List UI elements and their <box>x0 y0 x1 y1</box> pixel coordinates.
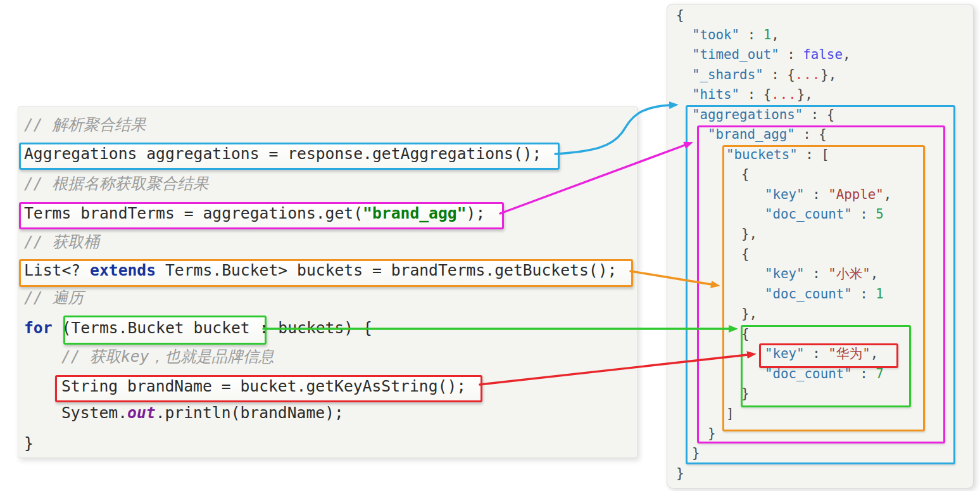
json-token: : { <box>803 107 834 122</box>
json-token: "key" <box>765 187 805 202</box>
json-token: } <box>676 466 684 481</box>
json-line: "brand_agg" : { <box>708 125 827 144</box>
json-token: : <box>779 47 803 62</box>
json-token: , <box>771 27 779 42</box>
json-token: } <box>692 445 700 461</box>
code-comment-line: // 获取key，也就是品牌信息 <box>61 346 274 367</box>
json-token: }, <box>797 87 813 102</box>
json-token: ] <box>726 406 734 421</box>
code-token: .println(brandName); <box>156 404 344 422</box>
code-token: (Terms.Bucket bucket : buckets) { <box>53 319 372 337</box>
json-line: "buckets" : [ <box>726 145 829 165</box>
json-token: { <box>676 8 684 23</box>
json-line: "timed_out" : false, <box>692 45 850 65</box>
code-token: "brand_agg" <box>363 204 467 222</box>
json-token: "brand_agg" <box>708 127 795 142</box>
code-line: for (Terms.Bucket bucket : buckets) { <box>24 317 372 339</box>
json-token: }, <box>741 226 757 241</box>
json-line: "key" : "小米", <box>765 264 878 284</box>
json-token: : <box>739 87 763 102</box>
json-token: }, <box>741 306 757 321</box>
json-token: "_shards" <box>692 67 763 82</box>
json-token: "key" <box>765 346 805 361</box>
json-token: ... <box>795 67 821 82</box>
json-token: "Apple" <box>828 187 884 202</box>
json-token: { <box>787 67 795 82</box>
code-comment-line: // 解析聚合结果 <box>24 114 146 136</box>
json-token: : <box>852 286 876 302</box>
json-line: "doc_count" : 7 <box>765 364 884 384</box>
json-token: "took" <box>692 27 739 42</box>
json-token: "hits" <box>692 87 739 102</box>
code-token: System. <box>61 404 127 422</box>
json-token: : <box>852 207 876 222</box>
json-line: "key" : "Apple", <box>765 185 891 205</box>
json-token: { <box>763 87 772 102</box>
json-token: : [ <box>798 147 829 162</box>
code-token: Aggregations aggregations = response.get… <box>24 144 541 163</box>
json-line: }, <box>741 224 757 244</box>
json-line: "doc_count" : 1 <box>765 284 884 304</box>
json-token: , <box>870 266 879 281</box>
code-comment-line: // 根据名称获取聚合结果 <box>24 173 208 194</box>
json-token: : <box>805 346 829 361</box>
json-token: } <box>708 426 716 441</box>
diagram-canvas: // 解析聚合结果Aggregations aggregations = res… <box>0 0 980 491</box>
code-token: // 解析聚合结果 <box>24 115 146 134</box>
code-comment-line: // 遍历 <box>24 287 84 309</box>
json-token: : <box>805 266 829 281</box>
json-token: "doc_count" <box>765 207 852 222</box>
json-line: "doc_count" : 5 <box>765 205 884 224</box>
code-token: out <box>127 404 156 422</box>
json-token: 1 <box>763 27 772 42</box>
json-token: 1 <box>876 286 884 302</box>
json-line: "key" : "华为", <box>765 344 878 364</box>
json-line: "took" : 1, <box>692 25 779 45</box>
json-line: { <box>741 245 750 264</box>
code-token: // 获取桶 <box>24 233 99 251</box>
json-token: , <box>884 187 892 202</box>
json-token: }, <box>820 67 836 82</box>
code-token: // 遍历 <box>24 288 84 307</box>
code-token: } <box>24 434 34 452</box>
json-token: false <box>803 47 843 62</box>
json-line: { <box>676 6 684 25</box>
json-token: "doc_count" <box>765 366 852 381</box>
json-token: 5 <box>876 207 884 222</box>
code-token: // 根据名称获取聚合结果 <box>24 174 208 193</box>
json-line: } <box>741 384 750 404</box>
json-line: { <box>741 165 750 184</box>
json-line: } <box>676 464 684 483</box>
json-token: : { <box>795 127 827 142</box>
json-token: : <box>763 67 788 82</box>
code-line: System.out.println(brandName); <box>61 402 344 424</box>
code-token: Terms brandTerms = aggregations.get( <box>24 204 363 222</box>
json-token: { <box>741 246 750 262</box>
code-token: String brandName = bucket.getKeyAsString… <box>61 377 466 395</box>
json-token: "buckets" <box>726 147 798 162</box>
code-line: Aggregations aggregations = response.get… <box>24 143 541 165</box>
json-token: } <box>741 386 750 401</box>
json-line: }, <box>741 304 757 324</box>
code-line: Terms brandTerms = aggregations.get("bra… <box>24 203 485 224</box>
json-token: 7 <box>876 366 884 381</box>
json-token: : <box>739 27 763 42</box>
code-token: // 获取key，也就是品牌信息 <box>61 347 274 366</box>
json-token: ... <box>771 87 797 102</box>
code-token: Terms.Bucket> buckets = brandTerms.getBu… <box>156 261 617 279</box>
json-line: } <box>708 424 716 443</box>
code-token: ); <box>467 204 486 222</box>
code-line: String brandName = bucket.getKeyAsString… <box>61 376 466 397</box>
json-line: ] <box>726 404 734 424</box>
json-token: "timed_out" <box>692 47 779 62</box>
json-line: "hits" : {...}, <box>692 85 813 105</box>
code-token: List<? <box>24 261 90 279</box>
json-token: { <box>741 326 750 341</box>
json-token: : <box>805 187 829 202</box>
json-line: } <box>692 443 700 463</box>
json-token: "aggregations" <box>692 107 803 122</box>
json-line: "aggregations" : { <box>692 105 834 125</box>
json-token: : <box>852 366 876 381</box>
code-comment-line: // 获取桶 <box>24 231 99 253</box>
json-token: "doc_count" <box>765 286 852 302</box>
